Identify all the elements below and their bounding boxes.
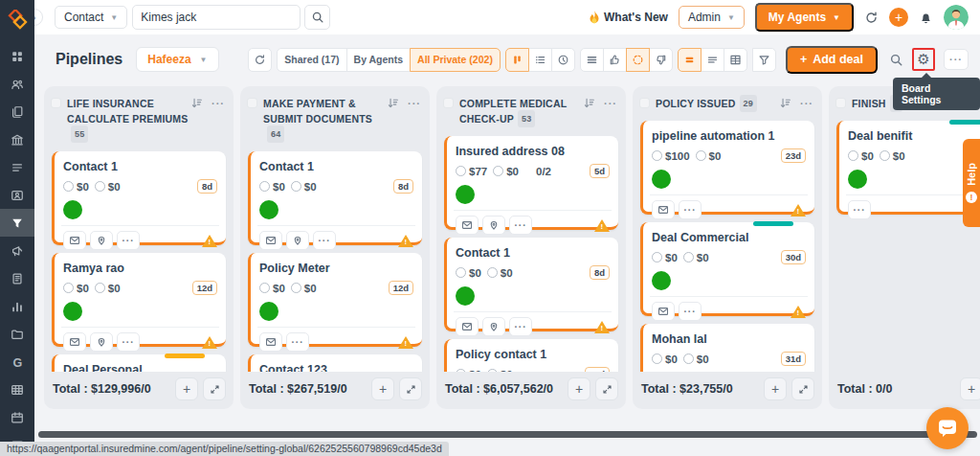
refresh-board-icon[interactable] (248, 48, 272, 72)
card-more-icon[interactable]: ··· (509, 216, 532, 235)
card-mail-icon[interactable] (259, 231, 282, 250)
assignee-avatar[interactable] (259, 302, 278, 321)
card-pin-icon[interactable] (482, 216, 505, 235)
deal-card[interactable]: Insured address 08 $77 $0 0/2 5d ··· (444, 136, 618, 230)
deal-card[interactable]: Mohan lal $0 $0 31d ··· (640, 324, 814, 372)
card-pin-icon[interactable] (286, 231, 309, 250)
column-select-checkbox[interactable] (835, 98, 846, 108)
help-tab[interactable]: Help ! (963, 139, 980, 227)
assignee-avatar[interactable] (456, 185, 475, 204)
sidebar-item-folder-icon[interactable] (0, 320, 34, 348)
sidebar-item-documents-icon[interactable] (0, 98, 34, 125)
compact-rows-icon[interactable] (678, 48, 702, 72)
medium-rows-icon[interactable] (701, 48, 724, 72)
sidebar-item-marketing-megaphone-icon[interactable] (0, 237, 34, 264)
assignee-avatar[interactable] (259, 200, 278, 219)
thumbs-up-icon[interactable] (603, 48, 627, 72)
search-category-dropdown[interactable]: Contact ▼ (55, 6, 127, 29)
menu-lines-icon[interactable] (580, 48, 604, 72)
column-select-checkbox[interactable] (639, 98, 650, 108)
quick-add-button[interactable]: + (889, 8, 908, 27)
card-mail-icon[interactable] (456, 317, 479, 336)
column-menu-icon[interactable]: ··· (800, 98, 813, 109)
insuredmine-logo-icon[interactable] (0, 0, 34, 42)
deal-card[interactable]: Contact 123 $0 $0 22d ··· (248, 354, 422, 372)
deal-card[interactable]: pipeline automation 1 $100 $0 23d ··· (640, 121, 814, 215)
column-menu-icon[interactable]: ··· (604, 98, 617, 109)
global-search-input[interactable] (132, 5, 301, 30)
card-pin-icon[interactable] (90, 231, 113, 250)
card-mail-icon[interactable] (259, 332, 282, 352)
assignee-avatar[interactable] (456, 286, 475, 306)
sidebar-item-carrier-bank-icon[interactable] (0, 125, 34, 153)
sidebar-item-calendar-icon[interactable] (0, 403, 34, 431)
sort-icon[interactable] (190, 97, 203, 109)
column-menu-icon[interactable]: ··· (212, 98, 225, 109)
card-pin-icon[interactable] (482, 317, 505, 336)
sidebar-item-notebook-icon[interactable] (0, 264, 34, 292)
sort-icon[interactable] (387, 97, 399, 109)
deal-card[interactable]: Ramya rao $0 $0 12d ··· (52, 253, 226, 347)
sidebar-item-contact-card-icon[interactable] (0, 181, 34, 209)
list-view-icon[interactable] (528, 48, 552, 72)
progress-spinner-icon[interactable] (626, 48, 650, 72)
assignee-avatar[interactable] (63, 200, 82, 219)
notifications-bell-icon[interactable] (919, 11, 933, 25)
assignee-avatar[interactable] (652, 170, 671, 189)
card-more-icon[interactable]: ··· (117, 231, 140, 250)
expand-column-button[interactable] (595, 377, 618, 400)
card-mail-icon[interactable] (456, 216, 479, 235)
my-agents-button[interactable]: My Agents ▼ (755, 3, 854, 32)
sidebar-item-google-icon[interactable]: G (0, 348, 34, 376)
whats-new-link[interactable]: What's New (589, 11, 668, 24)
card-mail-icon[interactable] (652, 302, 675, 321)
column-menu-icon[interactable]: ··· (408, 98, 421, 109)
sidebar-item-dashboard-icon[interactable] (0, 42, 34, 70)
card-mail-icon[interactable] (63, 332, 86, 352)
sidebar-item-table-icon[interactable] (0, 376, 34, 403)
sidebar-item-pipelines-funnel-icon[interactable] (0, 209, 34, 237)
sidebar-item-contacts-icon[interactable] (0, 70, 34, 98)
card-more-icon[interactable]: ··· (679, 302, 702, 321)
card-pin-icon[interactable] (90, 332, 113, 352)
card-more-icon[interactable]: ··· (286, 332, 309, 352)
add-card-button[interactable]: + (175, 377, 198, 400)
column-select-checkbox[interactable] (51, 98, 61, 108)
filter-chip[interactable]: By Agents (346, 48, 412, 72)
deal-card[interactable]: Deal Personal $0 $0 30d ··· (52, 354, 226, 372)
card-more-icon[interactable]: ··· (509, 317, 532, 336)
assignee-avatar[interactable] (63, 302, 82, 321)
add-card-button[interactable]: + (568, 377, 590, 400)
board-selector-dropdown[interactable]: Hafeeza ▼ (136, 47, 218, 72)
grid-rows-icon[interactable] (724, 48, 747, 72)
deal-card[interactable]: Contact 1 $0 $0 8d ··· (444, 238, 618, 331)
deal-card[interactable]: Policy Meter $0 $0 12d ··· (248, 253, 422, 347)
card-mail-icon[interactable] (652, 200, 675, 219)
chat-widget-button[interactable] (926, 407, 969, 449)
sidebar-item-analytics-icon[interactable] (0, 292, 34, 320)
expand-column-button[interactable] (791, 377, 814, 400)
role-dropdown[interactable]: Admin ▼ (679, 6, 745, 29)
deal-card[interactable]: Deal Commercial $0 $0 30d ··· (640, 222, 814, 316)
deal-card[interactable]: Contact 1 $0 $0 8d ··· (248, 151, 422, 245)
filter-chip[interactable]: Shared (17) (277, 48, 346, 72)
thumbs-down-icon[interactable] (649, 48, 673, 72)
sort-icon[interactable] (583, 97, 595, 109)
filter-icon[interactable] (752, 48, 776, 72)
expand-column-button[interactable] (399, 377, 422, 400)
deal-card[interactable]: Deal benifit $0 $0 28d ··· (836, 121, 980, 215)
search-board-icon[interactable] (889, 53, 903, 67)
add-card-button[interactable]: + (371, 377, 394, 400)
user-avatar[interactable] (944, 5, 969, 30)
assignee-avatar[interactable] (848, 170, 867, 189)
deal-card[interactable]: Contact 1 $0 $0 8d ··· (52, 151, 226, 245)
board-more-options-icon[interactable]: ··· (944, 49, 969, 70)
refresh-icon[interactable] (864, 11, 879, 25)
add-card-button[interactable]: + (960, 377, 980, 400)
card-mail-icon[interactable] (63, 231, 86, 250)
expand-column-button[interactable] (203, 377, 226, 400)
deal-card[interactable]: Policy contact 1 $0 $0 12d ··· (444, 339, 618, 372)
add-card-button[interactable]: + (764, 377, 787, 400)
filter-chip[interactable]: All Private (202) (410, 48, 501, 72)
sort-icon[interactable] (779, 97, 791, 109)
